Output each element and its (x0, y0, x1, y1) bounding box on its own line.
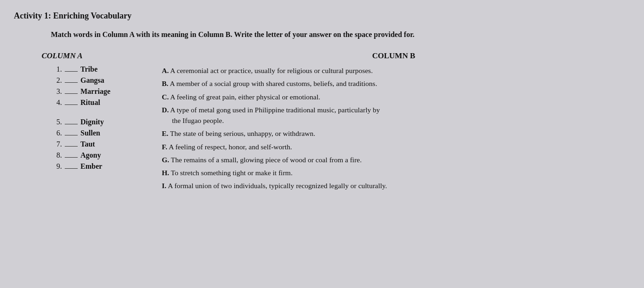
vocabulary-word: Ritual (80, 98, 100, 107)
list-item: 7. Taut (42, 140, 143, 148)
vocabulary-word: Gangsa (80, 76, 104, 85)
list-item: 5. Dignity (42, 118, 143, 126)
item-number: 4. (42, 98, 65, 107)
definition-item: F. A feeling of respect, honor, and self… (162, 141, 626, 152)
answer-line (65, 168, 78, 169)
definition-item: G. The remains of a small, glowing piece… (162, 154, 626, 165)
item-number: 9. (42, 162, 65, 171)
vocabulary-word: Ember (80, 162, 102, 171)
list-item: 6. Sullen (42, 129, 143, 137)
definition-item: C. A feeling of great pain, either physi… (162, 92, 626, 102)
instructions: Match words in Column A with its meaning… (51, 29, 467, 40)
vocabulary-word: Taut (80, 140, 95, 148)
answer-line (65, 157, 78, 158)
definition-item: D. A type of metal gong used in Philippi… (162, 104, 626, 126)
column-a: COLUMN A 1. Tribe 2. Gangsa 3. Marriage … (42, 51, 143, 194)
item-number: 3. (42, 87, 65, 96)
list-item: 2. Gangsa (42, 76, 143, 85)
answer-line (65, 82, 78, 83)
list-item: 3. Marriage (42, 87, 143, 96)
list-item: 4. Ritual (42, 98, 143, 107)
answer-line (65, 124, 78, 124)
definition-item: E. The state of being serious, unhappy, … (162, 128, 626, 139)
definition-item: I. A formal union of two individuals, ty… (162, 180, 626, 191)
item-number: 1. (42, 65, 65, 74)
item-number: 2. (42, 76, 65, 85)
vocabulary-word: Marriage (80, 87, 110, 96)
definition-item: A. A ceremonial act or practice, usually… (162, 65, 626, 76)
column-b-header: COLUMN B (162, 51, 626, 61)
answer-line (65, 146, 78, 147)
column-a-header: COLUMN A (42, 51, 143, 61)
item-number: 8. (42, 151, 65, 159)
answer-line (65, 93, 78, 94)
vocabulary-word: Sullen (80, 129, 100, 137)
activity-title: Activity 1: Enriching Vocabulary (14, 11, 626, 21)
list-item: 9. Ember (42, 162, 143, 171)
list-item: 8. Agony (42, 151, 143, 159)
answer-line (65, 135, 78, 135)
definition-item: B. A member of a social group with share… (162, 78, 626, 89)
definition-item: H. To stretch something tight or make it… (162, 167, 626, 178)
item-number: 5. (42, 118, 65, 126)
answer-line (65, 104, 78, 105)
vocabulary-word: Agony (80, 151, 101, 159)
item-number: 6. (42, 129, 65, 137)
vocabulary-word: Dignity (80, 118, 104, 126)
definition-continuation: the Ifugao people. (162, 115, 626, 126)
vocabulary-word: Tribe (80, 65, 98, 74)
item-number: 7. (42, 140, 65, 148)
column-b: COLUMN B A. A ceremonial act or practice… (162, 51, 626, 194)
list-item: 1. Tribe (42, 65, 143, 74)
answer-line (65, 71, 78, 72)
